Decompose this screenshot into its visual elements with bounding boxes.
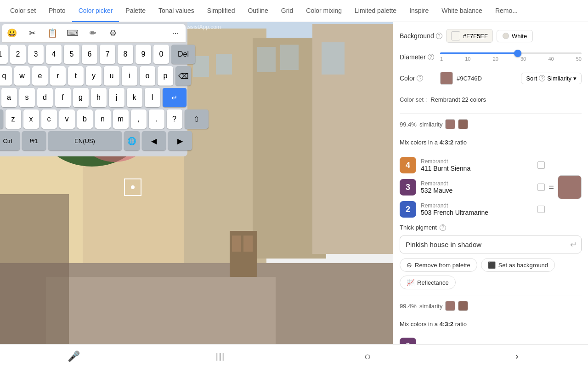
key-w[interactable]: w <box>14 66 30 86</box>
key-n[interactable]: n <box>95 109 111 129</box>
pencil-icon[interactable]: ✏ <box>86 27 99 40</box>
slider-label-30: 30 <box>520 56 526 62</box>
settings-icon[interactable]: ⚙ <box>107 27 119 40</box>
key-f[interactable]: f <box>55 88 71 107</box>
key-l[interactable]: l <box>145 88 160 107</box>
key-h[interactable]: h <box>91 88 107 107</box>
microphone-button[interactable]: 🎤 <box>60 347 87 366</box>
key-y[interactable]: y <box>86 66 102 86</box>
key-r[interactable]: r <box>50 66 66 86</box>
key-p[interactable]: p <box>158 66 173 86</box>
key-s[interactable]: s <box>19 88 35 107</box>
key-ctrl[interactable]: Ctrl <box>0 131 20 150</box>
key-lang[interactable]: EN(US) <box>48 131 122 150</box>
key-u[interactable]: u <box>104 66 119 86</box>
tab-limited-palette[interactable]: Limited palette <box>348 0 403 22</box>
tab-inspire[interactable]: Inspire <box>403 0 435 22</box>
diameter-slider-thumb[interactable] <box>514 50 521 57</box>
tab-palette[interactable]: Palette <box>119 0 152 22</box>
mix-checkbox-3[interactable] <box>537 206 545 213</box>
key-d[interactable]: d <box>37 88 53 107</box>
tab-simplified[interactable]: Simplified <box>201 0 242 22</box>
key-v[interactable]: v <box>59 109 75 129</box>
recents-button[interactable]: ○ <box>354 347 381 366</box>
key-arrow-left[interactable]: ◀ <box>142 131 166 150</box>
more-icon[interactable]: ··· <box>169 27 182 40</box>
key-symbols[interactable]: !#1 <box>22 131 46 150</box>
key-7[interactable]: 7 <box>100 45 115 64</box>
key-m[interactable]: m <box>113 109 129 129</box>
tab-photo[interactable]: Photo <box>42 0 72 22</box>
key-a[interactable]: a <box>1 88 17 107</box>
set-as-background-button[interactable]: ⬛ Set as background <box>481 258 555 272</box>
key-x[interactable]: x <box>23 109 39 129</box>
home-button[interactable]: ||| <box>207 347 234 366</box>
key-t[interactable]: t <box>68 66 84 86</box>
key-k[interactable]: k <box>127 88 142 107</box>
key-g[interactable]: g <box>73 88 89 107</box>
key-del[interactable]: Del <box>171 45 195 64</box>
right-panel: Background ? #F7F5EF White Diameter ? <box>393 22 588 344</box>
key-o[interactable]: o <box>140 66 155 86</box>
tab-outline[interactable]: Outline <box>241 0 274 22</box>
cut-icon[interactable]: ✂ <box>26 27 39 40</box>
key-i[interactable]: i <box>122 66 137 86</box>
emoji-icon[interactable]: 😀 <box>6 27 18 40</box>
tab-color-picker[interactable]: Color picker <box>72 0 119 22</box>
white-button[interactable]: White <box>497 30 533 42</box>
key-8[interactable]: 8 <box>118 45 133 64</box>
key-5[interactable]: 5 <box>64 45 79 64</box>
mix-checkbox-2[interactable] <box>537 184 545 191</box>
key-period[interactable]: . <box>149 109 164 129</box>
key-shift-left[interactable]: ⇧ <box>0 109 3 129</box>
key-b[interactable]: b <box>77 109 93 129</box>
key-e[interactable]: e <box>32 66 48 86</box>
tab-grid[interactable]: Grid <box>275 0 300 22</box>
remove-from-palette-button[interactable]: ⊖ Remove from palette <box>400 258 477 272</box>
color-note-input[interactable] <box>400 236 582 253</box>
key-globe[interactable]: 🌐 <box>124 131 140 150</box>
selection-marker[interactable] <box>124 178 141 196</box>
tab-color-mixing[interactable]: Color mixing <box>300 0 348 22</box>
key-q[interactable]: q <box>0 66 12 86</box>
tab-remove[interactable]: Remo... <box>489 0 524 22</box>
thick-pigment-info-icon[interactable]: ? <box>440 224 446 231</box>
keyboard-icon[interactable]: ⌨ <box>66 27 79 40</box>
white-dot <box>503 33 509 39</box>
key-c[interactable]: c <box>41 109 57 129</box>
key-4[interactable]: 4 <box>46 45 62 64</box>
background-swatch[interactable]: #F7F5EF <box>446 29 493 43</box>
key-backspace[interactable]: ⌫ <box>175 66 191 86</box>
clipboard-icon[interactable]: 📋 <box>46 27 59 40</box>
similarity-swatch-1a <box>445 119 455 129</box>
key-question[interactable]: ? <box>167 109 182 129</box>
tab-white-balance[interactable]: White balance <box>435 0 489 22</box>
mix-checkbox-1[interactable] <box>537 161 545 169</box>
tab-color-set[interactable]: Color set <box>4 0 42 22</box>
key-6[interactable]: 6 <box>82 45 97 64</box>
key-2[interactable]: 2 <box>10 45 26 64</box>
key-comma[interactable]: , <box>131 109 147 129</box>
tab-tonal-values[interactable]: Tonal values <box>152 0 201 22</box>
back-button[interactable]: ⌄ <box>501 347 528 366</box>
reflectance-button[interactable]: 📈 Reflectance <box>400 276 456 289</box>
key-arrow-right[interactable]: ▶ <box>168 131 192 150</box>
key-9[interactable]: 9 <box>136 45 151 64</box>
key-shift-right[interactable]: ⇧ <box>185 109 209 129</box>
mix-badge-2: 3 <box>400 179 416 196</box>
sort-info-icon[interactable]: ? <box>539 75 545 81</box>
key-z[interactable]: z <box>6 109 21 129</box>
sort-button[interactable]: Sort ? Similarity ▾ <box>521 73 582 84</box>
background-info-icon[interactable]: ? <box>436 33 442 39</box>
key-j[interactable]: j <box>109 88 124 107</box>
key-0[interactable]: 0 <box>153 45 169 64</box>
color-info-icon[interactable]: ? <box>417 75 423 81</box>
key-enter[interactable]: ↵ <box>163 88 187 107</box>
diameter-info-icon[interactable]: ? <box>428 54 434 60</box>
diameter-slider-fill <box>440 52 518 54</box>
diameter-slider-track[interactable] <box>440 52 582 54</box>
key-1[interactable]: 1 <box>0 45 8 64</box>
key-3[interactable]: 3 <box>28 45 44 64</box>
thick-pigment-row: Thick pigment ? <box>400 224 582 231</box>
color-swatch-main[interactable] <box>440 72 453 85</box>
